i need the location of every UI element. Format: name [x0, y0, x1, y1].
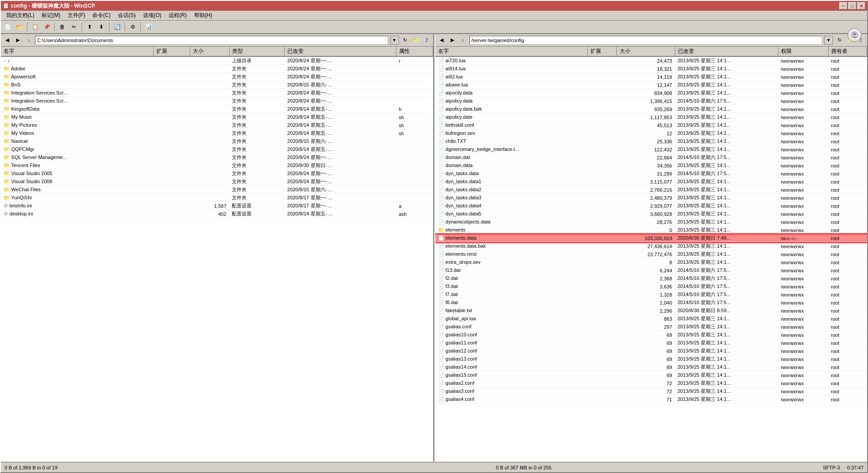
- table-row[interactable]: ↑ ↑ 上级目录 2020/8/24 星期一- ... r: [1, 56, 433, 65]
- table-row[interactable]: 📄 aibase.lua 12,147 2013/9/25 星期三 14:1..…: [435, 81, 867, 89]
- table-row[interactable]: 📄 gsalias2.conf 72 2013/9/25 星期三 14:1...…: [435, 379, 867, 387]
- table-row[interactable]: 📄 aipolicy.data.bak 935,269 2013/9/25 星期…: [435, 105, 867, 113]
- right-col-modified[interactable]: 已改变: [675, 47, 778, 56]
- table-row[interactable]: 📄 elements.nmd 23,772,476 2013/9/25 星期三 …: [435, 250, 867, 258]
- toolbar-delete[interactable]: 🗑: [57, 22, 67, 32]
- toolbar-rename[interactable]: ✏: [69, 22, 79, 32]
- table-row[interactable]: 📁 Visual Studio 2005 文件夹 2020/8/24 星期一- …: [1, 170, 433, 178]
- table-row[interactable]: 📁 My Music 文件夹 2020/8/14 星期五- ... sh: [1, 113, 433, 121]
- table-row[interactable]: 📄 f2.dat 2,368 2014/5/10 星期六 17:5... rwx…: [435, 275, 867, 283]
- left-col-attr[interactable]: 属性: [396, 47, 433, 56]
- table-row[interactable]: 📁 Tencent Files 文件夹 2020/8/30 星期日- ...: [1, 162, 433, 170]
- profile-button[interactable]: [847, 28, 862, 42]
- table-row[interactable]: 📁 My Pictures 文件夹 2020/8/14 星期五- ... sh: [1, 121, 433, 129]
- minimize-button[interactable]: ─: [839, 2, 847, 9]
- toolbar-download[interactable]: ⬇: [96, 22, 106, 32]
- menu-item-command[interactable]: 命令(C): [89, 11, 114, 20]
- table-row[interactable]: 📄 gsalias3.conf 72 2013/9/25 星期三 14:1...…: [435, 387, 867, 396]
- table-row[interactable]: 📁 SQL Server Manageme... 文件夹 2020/8/24 星…: [1, 154, 433, 162]
- table-row[interactable]: 📄 dyn_tasks.data3 2,480,379 2013/9/25 星期…: [435, 194, 867, 202]
- left-refresh-btn[interactable]: ↻: [401, 36, 410, 45]
- toolbar-new[interactable]: 📄: [3, 22, 13, 32]
- right-col-ext[interactable]: 扩展: [588, 47, 617, 56]
- toolbar-upload[interactable]: ⬆: [85, 22, 95, 32]
- table-row[interactable]: 📄 extra_drops.sev 8 2013/9/25 星期三 14:1..…: [435, 258, 867, 267]
- table-row[interactable]: 📄 domain.dat 22,664 2014/5/10 星期六 17:5..…: [435, 154, 867, 162]
- table-row[interactable]: 📁 Adobe 文件夹 2020/8/24 星期一- ...: [1, 65, 433, 73]
- left-col-type[interactable]: 类型: [229, 47, 284, 56]
- table-row[interactable]: 📁 Integration Services Scr... 文件夹 2020/8…: [1, 97, 433, 105]
- table-row[interactable]: 📄 bufregion.sev 12 2013/9/25 星期三 14:1...…: [435, 129, 867, 138]
- table-row[interactable]: ⚙ bnsInfo.ini 1,567 配置设置 2020/8/17 星期一- …: [1, 202, 433, 210]
- table-row[interactable]: 📄 aipolicy.data 1,396,415 2014/5/10 星期六 …: [435, 97, 867, 105]
- table-row[interactable]: ⚙ desktop.ini 402 配置设置 2020/8/14 星期五- ..…: [1, 210, 433, 218]
- left-file-list[interactable]: 名字 扩展 大小 类型 已改变 属性 ↑ ↑ 上级目录 2020/8/24 星期…: [1, 47, 433, 461]
- left-up-btn[interactable]: ↑: [24, 36, 33, 45]
- table-row[interactable]: 📄 f3.dat 3,636 2014/5/10 星期六 17:5... rwx…: [435, 283, 867, 291]
- left-back-btn[interactable]: ◀: [3, 36, 12, 45]
- right-path-dropdown[interactable]: ▼: [824, 36, 833, 45]
- table-row[interactable]: 📄 faketable.txt 2,296 2020/8/30 星期日 8:59…: [435, 307, 867, 315]
- menu-item-session[interactable]: 会话(S): [114, 11, 139, 20]
- left-col-modified[interactable]: 已改变: [285, 47, 396, 56]
- table-row[interactable]: 📁 Integration Services Scr... 文件夹 2020/8…: [1, 89, 433, 97]
- right-col-name[interactable]: 名字: [435, 47, 588, 56]
- table-row[interactable]: 📁 elements 0 2013/9/25 星期三 14:1... rwxrw…: [435, 226, 867, 234]
- left-path-input[interactable]: C:\Users\Administrator\Documents: [35, 36, 388, 45]
- left-forward-btn[interactable]: ▶: [13, 36, 22, 45]
- table-row[interactable]: 📄 dyn_tasks.data 31,299 2014/5/10 星期六 17…: [435, 170, 867, 178]
- table-row[interactable]: 📄 dyn_tasks.data5 3,660,928 2013/9/25 星期…: [435, 210, 867, 218]
- left-col-ext[interactable]: 扩展: [153, 47, 190, 56]
- table-row[interactable]: 📁 BnS 文件夹 2020/8/15 星期六- ...: [1, 81, 433, 89]
- table-row[interactable]: 📁 Visual Studio 2008 文件夹 2020/8/24 星期一- …: [1, 178, 433, 186]
- table-row[interactable]: 📁 Navicat 文件夹 2020/8/15 星期六- ...: [1, 138, 433, 146]
- table-row[interactable]: 📄 ai720.lua 24,473 2013/9/25 星期三 14:1...…: [435, 56, 867, 65]
- left-path-dropdown[interactable]: ▼: [390, 36, 399, 45]
- toolbar-paste[interactable]: 📌: [42, 22, 52, 32]
- maximize-button[interactable]: □: [848, 2, 856, 9]
- table-row[interactable]: 📄 chibi.TXT 25,336 2013/9/25 星期三 14:1...…: [435, 138, 867, 146]
- right-path-input[interactable]: /server-tw/gamed/config: [469, 36, 823, 45]
- table-row[interactable]: 📁 My Videos 文件夹 2020/8/14 星期五- ... sh: [1, 129, 433, 138]
- table-row[interactable]: 📄 birthskill.conf 45,513 2013/9/25 星期三 1…: [435, 121, 867, 129]
- right-file-list[interactable]: 名字 扩展 大小 已改变 权限 拥有者 📄 ai720.lua 24,473 2…: [435, 47, 868, 461]
- menu-item-remote[interactable]: 远程(R): [165, 11, 191, 20]
- table-row[interactable]: 📄 gsalias12.conf 69 2013/9/25 星期三 14:1..…: [435, 347, 867, 355]
- table-row[interactable]: 📄 gsalias4.conf 71 2013/9/25 星期三 14:1...…: [435, 396, 867, 404]
- table-row[interactable]: 📄 dyn_tasks.data4 2,929,077 2013/9/25 星期…: [435, 202, 867, 210]
- table-row[interactable]: 📄 domain.data 34,356 2013/9/25 星期三 14:1.…: [435, 162, 867, 170]
- table-row[interactable]: 📁 YunQiShi 文件夹 2020/8/17 星期一- ...: [1, 194, 433, 202]
- toolbar-queue[interactable]: 📊: [143, 22, 153, 32]
- right-up-btn[interactable]: ↑: [459, 36, 468, 45]
- menu-item-file[interactable]: 文件(F): [64, 11, 89, 20]
- right-col-size[interactable]: 大小: [617, 47, 675, 56]
- table-row[interactable]: 📄 gsalias.conf 297 2013/9/25 星期三 14:1...…: [435, 323, 867, 331]
- toolbar-open[interactable]: 📂: [14, 22, 24, 32]
- left-col-name[interactable]: 名字: [1, 47, 153, 56]
- table-row[interactable]: 📄 f7.dat 1,328 2014/5/10 星期六 17:5... rwx…: [435, 291, 867, 299]
- table-row[interactable]: 📄 gsalias15.conf 69 2013/9/25 星期三 14:1..…: [435, 371, 867, 379]
- table-row[interactable]: 📁 Apowersoft 文件夹 2020/8/24 星期一- ...: [1, 73, 433, 81]
- table-row[interactable]: 📄 dyn_tasks.data2 2,766,216 2013/9/25 星期…: [435, 186, 867, 194]
- left-col-size[interactable]: 大小: [190, 47, 229, 56]
- menu-item-help[interactable]: 帮助(H): [191, 11, 216, 20]
- table-row[interactable]: 📄 gsalias13.conf 69 2013/9/25 星期三 14:1..…: [435, 355, 867, 363]
- table-row[interactable]: 📄 f8.dat 1,040 2014/5/10 星期六 17:5... rwx…: [435, 299, 867, 307]
- table-row[interactable]: 📄 gsalias11.conf 69 2013/9/25 星期三 14:1..…: [435, 339, 867, 347]
- toolbar-sync[interactable]: 🔄: [112, 22, 122, 32]
- right-forward-btn[interactable]: ▶: [448, 36, 457, 45]
- table-row[interactable]: 📄 dyn_tasks.data1 3,115,077 2013/9/25 星期…: [435, 178, 867, 186]
- table-row[interactable]: 📄 elements.data.bak 27,436,614 2013/9/25…: [435, 242, 867, 250]
- table-row[interactable]: 📄 global_api.lua 863 2013/9/25 星期三 14:1.…: [435, 315, 867, 323]
- table-row[interactable]: 📄 dynamicobjects.data 28,276 2013/9/25 星…: [435, 218, 867, 226]
- toolbar-settings[interactable]: ⚙: [128, 22, 138, 32]
- right-col-owner[interactable]: 拥有者: [828, 47, 867, 56]
- toolbar-copy[interactable]: 📋: [30, 22, 40, 32]
- table-row[interactable]: 📄 ai92.lua 14,119 2013/9/25 星期三 14:1... …: [435, 73, 867, 81]
- table-row[interactable]: 📄 aipocily.data 834,908 2013/9/25 星期三 14…: [435, 89, 867, 97]
- left-panel-toggle[interactable]: 📁: [412, 36, 421, 45]
- right-back-btn[interactable]: ◀: [437, 36, 446, 45]
- left-open-btn[interactable]: ⤴: [422, 36, 431, 45]
- menu-item-local[interactable]: 我的文档(L): [3, 11, 38, 20]
- close-button[interactable]: ✕: [857, 2, 865, 9]
